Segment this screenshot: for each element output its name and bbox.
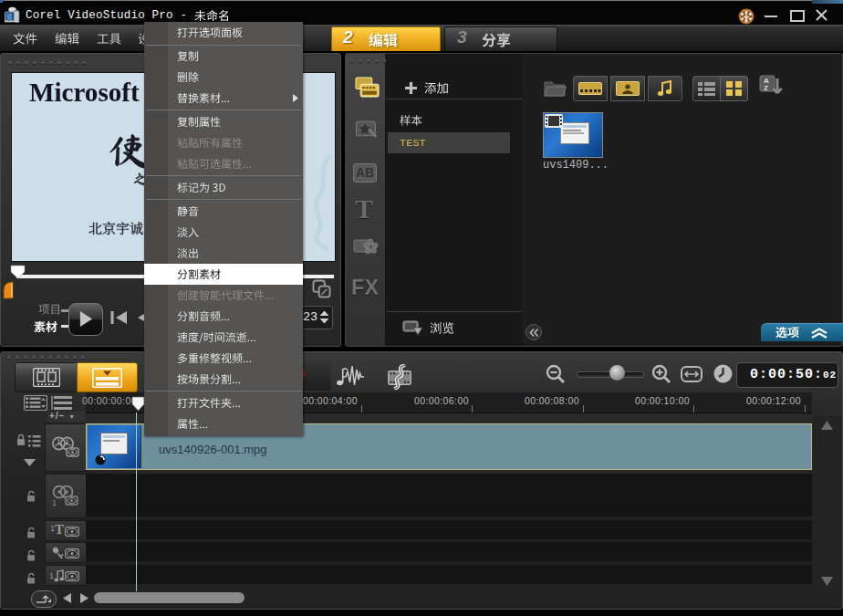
svg-text:Z: Z — [764, 84, 768, 92]
svg-text:1: 1 — [52, 498, 57, 506]
